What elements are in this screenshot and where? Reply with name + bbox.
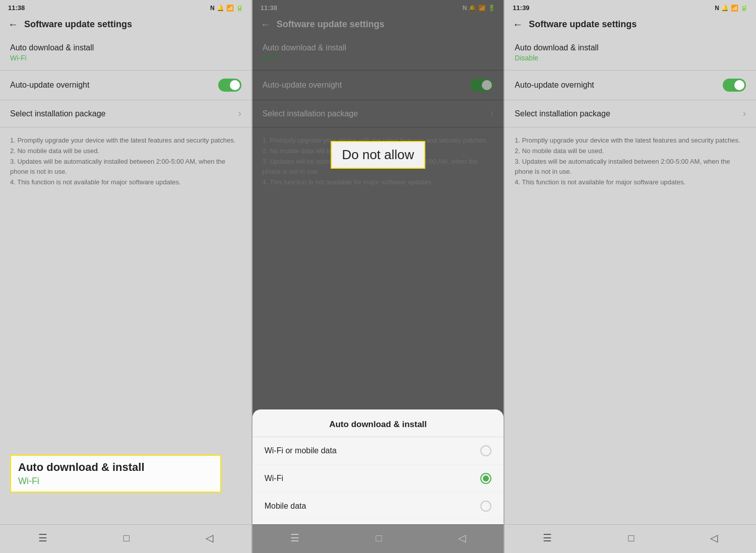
time-3: 11:39	[513, 4, 529, 12]
home-icon-2[interactable]: □	[375, 532, 382, 544]
notes-1: 1. Promptly upgrade your device with the…	[0, 127, 251, 196]
sheet-option-wifi-mobile[interactable]: Wi-Fi or mobile data	[253, 437, 504, 465]
sheet-option-label-mobile: Mobile data	[265, 502, 306, 511]
note-1-2: 2. No mobile data will be used.	[10, 146, 241, 157]
page-title-3: Software update settings	[529, 19, 637, 30]
note-3-3: 3. Updates will be automatically install…	[515, 157, 746, 178]
do-not-allow-label: Do not allow	[342, 147, 414, 162]
note-1-1: 1. Promptly upgrade your device with the…	[10, 135, 241, 146]
back-arrow-3[interactable]: ←	[513, 19, 523, 30]
note-3-4: 4. This function is not available for ma…	[515, 177, 746, 188]
phone-panel-1: 11:38 N 🔔 📶 🔋 ← Software update settings…	[0, 0, 251, 553]
auto-update-toggle-3[interactable]	[723, 79, 746, 92]
settings-content-1: Auto download & install Wi-Fi Auto-updat…	[0, 35, 251, 524]
sheet-option-label-wifi: Wi-Fi	[265, 474, 283, 483]
sheet-option-wifi[interactable]: Wi-Fi	[253, 465, 504, 493]
auto-download-sub-2: Wi-Fi	[263, 54, 346, 62]
time-1: 11:38	[8, 4, 25, 12]
radio-wifi-mobile[interactable]	[480, 445, 491, 456]
chevron-icon-3: ›	[743, 108, 746, 119]
auto-download-item-2[interactable]: Auto download & install Wi-Fi	[253, 35, 504, 71]
note-2-4: 4. This function is not available for ma…	[263, 177, 494, 188]
note-3-1: 1. Promptly upgrade your device with the…	[515, 135, 746, 146]
radio-mobile[interactable]	[480, 501, 491, 512]
select-pkg-label-2: Select installation package	[263, 109, 358, 118]
note-1-4: 4. This function is not available for ma…	[10, 177, 241, 188]
status-bar-3: 11:39 N 🔔 📶 🔋	[505, 0, 756, 14]
select-pkg-item-2[interactable]: Select installation package ›	[253, 100, 504, 127]
auto-download-label-3: Auto download & install	[515, 43, 598, 52]
settings-content-3: Auto download & install Disable Auto-upd…	[505, 35, 756, 524]
status-icons-3: N 🔔 📶 🔋	[715, 5, 748, 12]
back-arrow-2[interactable]: ←	[261, 19, 271, 30]
chevron-icon-1: ›	[238, 108, 241, 119]
auto-update-label-1: Auto-update overnight	[10, 81, 89, 90]
back-icon-3[interactable]: ◁	[710, 532, 718, 544]
auto-update-label-2: Auto-update overnight	[263, 81, 342, 90]
ann-sub-1: Wi-Fi	[18, 476, 213, 487]
auto-update-overnight-item-1[interactable]: Auto-update overnight	[0, 71, 251, 100]
ann-title-1: Auto download & install	[18, 461, 213, 474]
phone-panel-3: 11:39 N 🔔 📶 🔋 ← Software update settings…	[505, 0, 756, 553]
radio-wifi[interactable]	[480, 473, 491, 484]
auto-download-sub-1: Wi-Fi	[10, 54, 94, 62]
annotation-box-1: Auto download & install Wi-Fi	[10, 455, 221, 493]
select-pkg-label-1: Select installation package	[10, 109, 105, 118]
bottom-nav-1: ☰ □ ◁	[0, 524, 251, 553]
auto-update-overnight-item-2[interactable]: Auto-update overnight	[253, 71, 504, 100]
phone-panel-2: 11:38 N 🔔 📶 🔋 ← Software update settings…	[253, 0, 504, 553]
auto-download-sub-3: Disable	[515, 54, 598, 62]
time-2: 11:38	[261, 4, 277, 12]
sheet-option-label-wifi-mobile: Wi-Fi or mobile data	[265, 446, 337, 455]
notes-3: 1. Promptly upgrade your device with the…	[505, 127, 756, 196]
status-bar-1: 11:38 N 🔔 📶 🔋	[0, 0, 251, 14]
back-icon-2[interactable]: ◁	[458, 532, 466, 544]
note-1-3: 3. Updates will be automatically install…	[10, 157, 241, 178]
back-arrow-1[interactable]: ←	[8, 19, 18, 30]
auto-update-label-3: Auto-update overnight	[515, 81, 594, 90]
auto-download-item-3[interactable]: Auto download & install Disable	[505, 35, 756, 71]
top-bar-3: ← Software update settings	[505, 14, 756, 35]
bottom-nav-2: ☰ □ ◁	[253, 524, 504, 553]
select-pkg-label-3: Select installation package	[515, 109, 610, 118]
status-icons-2: N 🔔 📶 🔋	[463, 5, 496, 12]
menu-icon-1[interactable]: ☰	[38, 532, 47, 544]
select-pkg-item-1[interactable]: Select installation package ›	[0, 100, 251, 127]
top-bar-1: ← Software update settings	[0, 14, 251, 35]
auto-download-label-2: Auto download & install	[263, 43, 346, 52]
page-title-1: Software update settings	[24, 19, 132, 30]
bottom-nav-3: ☰ □ ◁	[505, 524, 756, 553]
note-3-2: 2. No mobile data will be used.	[515, 146, 746, 157]
auto-download-item-1[interactable]: Auto download & install Wi-Fi	[0, 35, 251, 71]
home-icon-1[interactable]: □	[123, 532, 130, 544]
top-bar-2: ← Software update settings	[253, 14, 504, 35]
back-icon-1[interactable]: ◁	[206, 532, 213, 544]
status-icons-1: N 🔔 📶 🔋	[210, 5, 243, 12]
page-title-2: Software update settings	[277, 19, 385, 30]
chevron-icon-2: ›	[490, 108, 493, 119]
auto-update-toggle-2[interactable]	[470, 79, 493, 92]
home-icon-3[interactable]: □	[628, 532, 634, 544]
sheet-option-mobile[interactable]: Mobile data	[253, 493, 504, 520]
bottom-sheet-title: Auto download & install	[253, 420, 504, 437]
auto-update-overnight-item-3[interactable]: Auto-update overnight	[505, 71, 756, 100]
menu-icon-2[interactable]: ☰	[290, 532, 299, 544]
auto-download-label-1: Auto download & install	[10, 43, 94, 52]
auto-update-toggle-1[interactable]	[218, 79, 241, 92]
do-not-allow-box: Do not allow	[331, 141, 425, 169]
status-bar-2: 11:38 N 🔔 📶 🔋	[253, 0, 504, 14]
menu-icon-3[interactable]: ☰	[543, 532, 552, 544]
select-pkg-item-3[interactable]: Select installation package ›	[505, 100, 756, 127]
